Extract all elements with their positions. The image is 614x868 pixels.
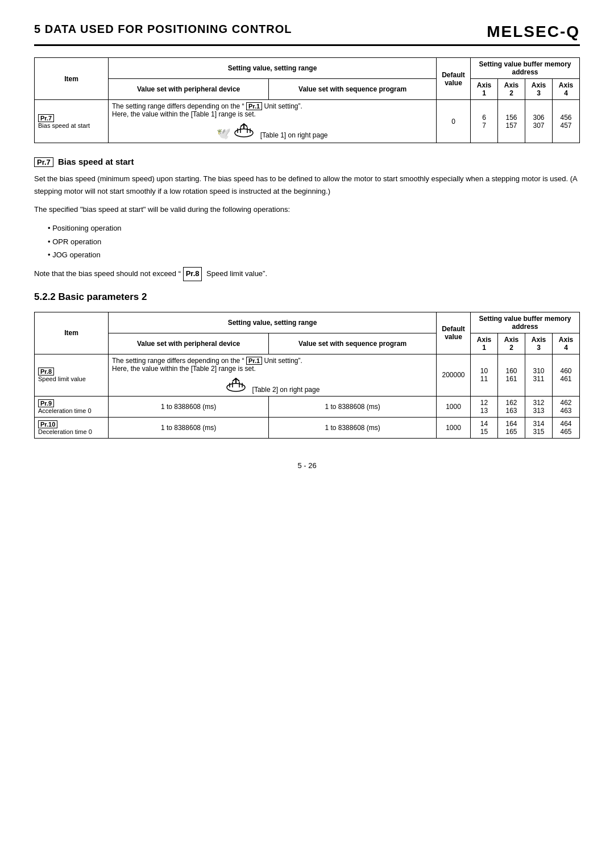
pr8-setting-text1: The setting range differs depending on t… <box>112 357 433 365</box>
item-label: Pr.7 Bias speed at start <box>35 100 109 143</box>
pr10-axis2: 164165 <box>498 417 525 438</box>
pr-label: Pr.7 <box>38 114 54 122</box>
table-row-pr8: Pr.8 Speed limit value The setting range… <box>35 354 580 396</box>
pr9-axis4: 462463 <box>553 396 580 417</box>
axis4-val: 456457 <box>553 100 580 143</box>
bullet-opr: OPR operation <box>48 235 580 248</box>
item-pr9: Pr.9 Acceleration time 0 <box>35 396 109 417</box>
col-axis2: Axis 2 <box>498 79 525 100</box>
pr9-axis1: 1213 <box>471 396 498 417</box>
pr8-label: Pr.8 <box>38 368 54 375</box>
col-default: Default value <box>437 58 471 100</box>
col-buffer: Setting value buffer memory address <box>471 58 580 79</box>
col2-peripheral: Value set with peripheral device <box>109 333 269 354</box>
pr7-title: Bias speed at start <box>58 157 134 166</box>
page-header: 5 DATA USED FOR POSITIONING CONTROL MELS… <box>34 23 580 46</box>
section-522-heading: 5.2.2 Basic parameters 2 <box>34 291 580 303</box>
pr8-table-ref: [Table 2] on right page <box>112 376 433 394</box>
pr10-name: Deceleration time 0 <box>38 428 105 435</box>
pr8-setting-info: The setting range differs depending on t… <box>109 354 437 396</box>
pr8-axis2: 160161 <box>498 354 525 396</box>
axis3-val: 306307 <box>525 100 553 143</box>
col2-sequence: Value set with sequence program <box>269 333 437 354</box>
default-val: 0 <box>437 100 471 143</box>
pr9-label: Pr.9 <box>38 399 54 407</box>
brand-name: MELSEC-Q <box>487 23 580 41</box>
pr9-axis2: 162163 <box>498 396 525 417</box>
pr8-name: Speed limit value <box>38 375 105 382</box>
pr10-peripheral: 1 to 8388608 (ms) <box>109 417 269 438</box>
item-pr8: Pr.8 Speed limit value <box>35 354 109 396</box>
pr8-axis3: 310311 <box>525 354 553 396</box>
table-row-pr10: Pr.10 Deceleration time 0 1 to 8388608 (… <box>35 417 580 438</box>
col-setting-range: Setting value, setting range <box>109 58 437 79</box>
setting-text1: The setting range differs depending on t… <box>112 102 433 110</box>
pr7-heading: Pr.7 Bias speed at start <box>34 157 580 167</box>
col-item: Item <box>35 58 109 100</box>
bullet-positioning: Positioning operation <box>48 222 580 235</box>
pr7-description2: The specified "bias speed at start" will… <box>34 203 580 216</box>
pr9-axis3: 312313 <box>525 396 553 417</box>
pr10-axis3: 314315 <box>525 417 553 438</box>
pr9-default: 1000 <box>437 396 471 417</box>
hand-icon: 🕊️ <box>217 127 231 140</box>
col2-axis2: Axis 2 <box>498 333 525 354</box>
col2-default: Default value <box>437 312 471 354</box>
col2-buffer: Setting value buffer memory address <box>471 312 580 333</box>
chapter-title: 5 DATA USED FOR POSITIONING CONTROL <box>34 23 292 36</box>
table-row-pr9: Pr.9 Acceleration time 0 1 to 8388608 (m… <box>35 396 580 417</box>
table-row: Pr.7 Bias speed at start The setting ran… <box>35 100 580 143</box>
table-basic-params2: Item Setting value, setting range Defaul… <box>34 312 580 439</box>
pr8-setting-text2: Here, the value within the [Table 2] ran… <box>112 365 433 373</box>
table-pr7: Item Setting value, setting range Defaul… <box>34 57 580 143</box>
table-ref-row: 🕊️ [Table 1] on right page <box>112 122 433 140</box>
col2-setting-range: Setting value, setting range <box>109 312 437 333</box>
bullet-jog: JOG operation <box>48 248 580 261</box>
pr7-description1: Set the bias speed (minimum speed) upon … <box>34 173 580 198</box>
col2-axis4: Axis 4 <box>553 333 580 354</box>
pr9-name: Acceleration time 0 <box>38 407 105 414</box>
pr8-axis4: 460461 <box>553 354 580 396</box>
pr7-box: Pr.7 <box>34 157 53 167</box>
col2-axis3: Axis 3 <box>525 333 553 354</box>
pr8-hand-icon <box>225 376 247 392</box>
col-axis3: Axis 3 <box>525 79 553 100</box>
pr10-label: Pr.10 <box>38 420 57 428</box>
hand-svg-icon <box>233 122 255 137</box>
setting-info: The setting range differs depending on t… <box>109 100 437 143</box>
pr8-ref-box: Pr.8 <box>183 267 202 281</box>
pr7-section: Pr.7 Bias speed at start Set the bias sp… <box>34 157 580 281</box>
pr9-sequence: 1 to 8388608 (ms) <box>269 396 437 417</box>
item-pr10: Pr.10 Deceleration time 0 <box>35 417 109 438</box>
item-name: Bias speed at start <box>38 122 105 129</box>
col-sequence: Value set with sequence program <box>269 79 437 100</box>
setting-text2: Here, the value within the [Table 1] ran… <box>112 110 433 118</box>
page-number: 5 - 26 <box>297 461 316 470</box>
col-axis4: Axis 4 <box>553 79 580 100</box>
pr8-axis1: 1011 <box>471 354 498 396</box>
pr10-axis1: 1415 <box>471 417 498 438</box>
axis1-val: 67 <box>471 100 498 143</box>
pr7-bullets: Positioning operation OPR operation JOG … <box>48 222 580 261</box>
col2-axis1: Axis 1 <box>471 333 498 354</box>
pr10-sequence: 1 to 8388608 (ms) <box>269 417 437 438</box>
col-peripheral: Value set with peripheral device <box>109 79 269 100</box>
pr10-default: 1000 <box>437 417 471 438</box>
axis2-val: 156157 <box>498 100 525 143</box>
pr9-peripheral: 1 to 8388608 (ms) <box>109 396 269 417</box>
pr10-axis4: 464465 <box>553 417 580 438</box>
pr8-default: 200000 <box>437 354 471 396</box>
col-axis1: Axis 1 <box>471 79 498 100</box>
page-footer: 5 - 26 <box>34 461 580 470</box>
pr7-note: Note that the bias speed should not exce… <box>34 267 580 281</box>
col2-item: Item <box>35 312 109 354</box>
